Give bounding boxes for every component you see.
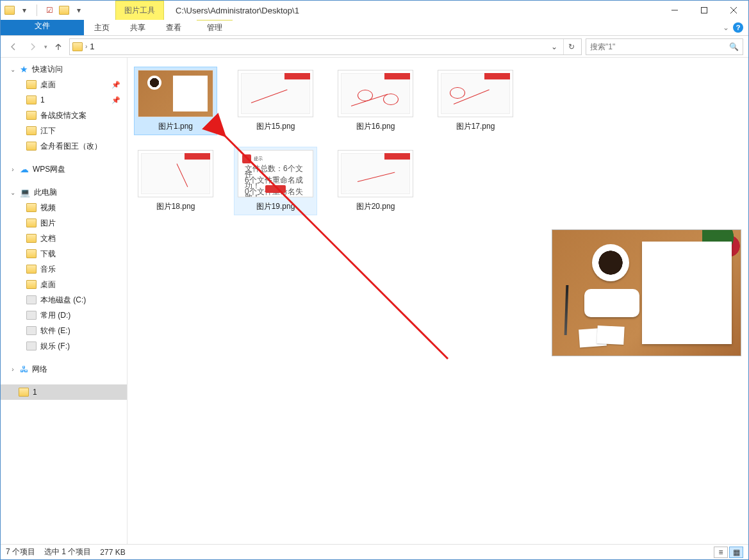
drive-icon (26, 326, 37, 335)
folder-icon (26, 111, 37, 120)
refresh-button[interactable]: ↻ (563, 39, 579, 54)
new-folder-button[interactable] (59, 6, 69, 15)
search-input[interactable] (590, 42, 729, 51)
file-label: 图片18.png (156, 201, 195, 212)
sidebar-this-pc[interactable]: ⌄ 💻 此电脑 (1, 185, 127, 200)
nav-up-button[interactable] (51, 40, 65, 54)
sidebar-item-pictures[interactable]: 图片 (1, 215, 127, 231)
file-item[interactable]: 图片16.png (334, 67, 417, 135)
chevron-right-icon[interactable]: › (10, 366, 16, 373)
drive-icon (26, 342, 37, 350)
sidebar-wps[interactable]: › ☁ WPS网盘 (1, 161, 127, 177)
folder-icon (4, 6, 15, 15)
drive-icon (26, 311, 37, 320)
sidebar-item-folder[interactable]: 江下 (1, 123, 127, 138)
file-item[interactable]: 图片18.png (134, 147, 217, 215)
nav-forward-button[interactable] (25, 39, 40, 54)
minimize-button[interactable] (660, 1, 689, 20)
qat-dropdown[interactable]: ▾ (17, 3, 31, 17)
properties-button[interactable]: ☑ (42, 3, 56, 17)
nav-back-button[interactable] (6, 39, 21, 54)
file-item[interactable]: 图片15.png (234, 67, 317, 135)
sidebar-item-drive-e[interactable]: 软件 (E:) (1, 323, 127, 338)
view-thumbnails-button[interactable]: ▦ (729, 547, 743, 558)
sidebar-item-folder[interactable]: 备战疫情文案 (1, 108, 127, 123)
sidebar-item-folder[interactable]: 金舟看图王（改） (1, 138, 127, 154)
sidebar-item-1[interactable]: 1📌 (1, 92, 127, 108)
qat-customize[interactable]: ▾ (72, 3, 86, 17)
file-label: 图片15.png (256, 121, 295, 132)
thumbnail (438, 70, 513, 117)
tab-share[interactable]: 共享 (120, 20, 156, 35)
folder-icon (26, 249, 37, 258)
address-bar[interactable]: › 1 ⌄ ↻ (69, 38, 582, 55)
sidebar-item-music[interactable]: 音乐 (1, 261, 127, 277)
sidebar-item-drive-d[interactable]: 常用 (D:) (1, 308, 127, 323)
star-icon: ★ (20, 64, 28, 74)
folder-icon (26, 95, 37, 104)
svg-rect-1 (702, 8, 707, 13)
folder-icon (26, 126, 37, 135)
tab-file[interactable]: 文件 (1, 20, 84, 35)
maximize-button[interactable] (689, 1, 719, 20)
window-controls (660, 1, 748, 20)
tab-manage[interactable]: 管理 (197, 20, 233, 35)
sidebar-current-folder[interactable]: 1 (1, 384, 127, 400)
sidebar-item-desktop[interactable]: 桌面 (1, 277, 127, 292)
search-box[interactable]: 🔍 (586, 38, 743, 55)
sidebar-item-drive-c[interactable]: 本地磁盘 (C:) (1, 292, 127, 308)
file-item[interactable]: 图片20.png (334, 147, 417, 215)
chevron-down-icon[interactable]: ⌄ (10, 66, 16, 73)
status-item-count: 7 个项目 (6, 547, 35, 557)
thumbnail: 提示 文件总数：6个文件 6个文件重命名成功！ 0个文件重命名失败！ (238, 150, 313, 197)
folder-icon (26, 265, 37, 274)
close-button[interactable] (719, 1, 748, 20)
sidebar-item-videos[interactable]: 视频 (1, 200, 127, 215)
sidebar-quick-access[interactable]: ⌄ ★ 快速访问 (1, 62, 127, 77)
file-label: 图片19.png (256, 201, 295, 212)
ribbon-collapse-icon[interactable]: ⌄ (723, 23, 729, 32)
folder-icon (72, 42, 83, 51)
folder-icon (26, 234, 37, 243)
network-icon: 🖧 (20, 365, 28, 374)
sidebar-item-drive-f[interactable]: 娱乐 (F:) (1, 338, 127, 354)
sidebar-label: 快速访问 (32, 64, 63, 75)
pin-icon: 📌 (111, 96, 120, 104)
folder-icon (19, 388, 29, 397)
sidebar-network[interactable]: › 🖧 网络 (1, 361, 127, 377)
chevron-right-icon[interactable]: › (85, 43, 87, 50)
file-label: 图片20.png (356, 201, 395, 212)
thumbnail (138, 150, 213, 197)
sidebar-item-documents[interactable]: 文档 (1, 231, 127, 246)
file-list[interactable]: 图片1.png 图片15.png 图片16.png 图片17.png 图片18. (128, 58, 545, 544)
file-item[interactable]: 图片17.png (434, 67, 517, 135)
nav-history-dropdown[interactable]: ▾ (44, 44, 47, 50)
folder-icon (26, 142, 37, 151)
breadcrumb-segment[interactable]: 1 (90, 42, 94, 51)
status-bar: 7 个项目 选中 1 个项目 277 KB ≡ ▦ (1, 544, 748, 559)
file-item[interactable]: 图片1.png (134, 67, 217, 135)
pin-icon: 📌 (111, 81, 120, 89)
sidebar-item-downloads[interactable]: 下载 (1, 246, 127, 261)
navigation-pane: ⌄ ★ 快速访问 桌面📌 1📌 备战疫情文案 江下 金舟看图王（改） › ☁ W… (1, 58, 128, 544)
status-size: 277 KB (100, 548, 125, 557)
address-dropdown[interactable]: ⌄ (548, 42, 561, 51)
tab-home[interactable]: 主页 (84, 20, 120, 35)
help-icon[interactable]: ? (733, 22, 743, 33)
folder-icon (26, 203, 37, 212)
folder-icon (26, 80, 37, 89)
view-details-button[interactable]: ≡ (714, 547, 728, 558)
tab-view[interactable]: 查看 (156, 20, 192, 35)
chevron-right-icon[interactable]: › (10, 166, 16, 173)
folder-icon (26, 218, 37, 227)
thumbnail (138, 70, 213, 117)
sidebar-item-desktop[interactable]: 桌面📌 (1, 77, 127, 92)
window-title-path: C:\Users\Administrator\Desktop\1 (164, 6, 660, 15)
drive-icon (26, 295, 37, 304)
file-item[interactable]: 提示 文件总数：6个文件 6个文件重命名成功！ 0个文件重命名失败！ 图片19.… (234, 147, 317, 215)
search-icon[interactable]: 🔍 (729, 42, 739, 51)
thumbnail (338, 150, 413, 197)
preview-pane (545, 58, 748, 544)
chevron-down-icon[interactable]: ⌄ (10, 189, 16, 196)
contextual-tab-header: 图片工具 (115, 1, 164, 20)
